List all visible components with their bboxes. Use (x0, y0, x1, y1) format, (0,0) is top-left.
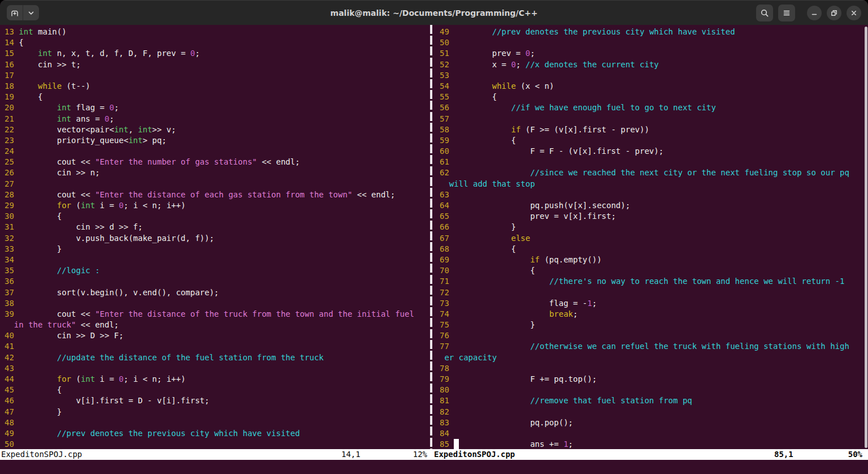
code-text: //there's no way to reach the town and h… (454, 276, 844, 287)
line-number: 70 (440, 265, 454, 276)
vim-vertical-separator[interactable] (430, 25, 432, 449)
code-row: 48 (5, 417, 429, 428)
code-row: 50 (5, 439, 429, 449)
code-text: prev = 0; (454, 48, 535, 59)
code-text: er capacity (444, 352, 497, 363)
tab-chooser-button[interactable] (23, 5, 39, 20)
new-tab-button[interactable] (7, 5, 23, 20)
line-number: 28 (5, 189, 19, 200)
line-number: 22 (5, 124, 19, 135)
code-row: 31 cin >> d >> f; (5, 222, 429, 232)
line-number: 38 (5, 298, 19, 309)
line-number: 37 (5, 287, 19, 298)
code-row: 64 pq.push(v[x].second); (440, 200, 863, 211)
line-number: 54 (440, 81, 454, 92)
line-number: 50 (440, 37, 454, 48)
maximize-button[interactable] (827, 6, 841, 20)
code-row: 54 while (x < n) (440, 81, 863, 92)
wrap-gutter (440, 352, 444, 363)
code-row: 28 cout << "Enter the distance of each g… (5, 189, 429, 200)
line-number: 42 (5, 352, 19, 363)
code-text: v.push_back(make_pair(d, f)); (19, 233, 214, 244)
code-row: 27 (5, 179, 429, 189)
code-text: { (19, 385, 62, 395)
code-row: 79 F += pq.top(); (440, 374, 863, 385)
code-text: //since we reached the next city or the … (454, 167, 849, 178)
code-text: cin >> t; (19, 59, 81, 70)
line-number: 18 (5, 81, 19, 92)
code-row: 70 { (440, 265, 863, 276)
code-row: 57 (440, 114, 863, 124)
line-number: 74 (440, 309, 454, 320)
code-row: 14 { (5, 37, 429, 48)
code-text: will add that stop (444, 179, 535, 189)
code-row: 16 cin >> t; (5, 59, 429, 70)
line-number: 43 (5, 363, 19, 374)
line-number: 50 (5, 439, 19, 449)
code-text: //remove that fuel station from pq (454, 395, 692, 406)
line-number: 78 (440, 363, 454, 374)
code-text: ans += 1; (454, 439, 573, 449)
code-text: prev = v[x].first; (454, 211, 616, 222)
code-text: //prev denotes the previous city which h… (19, 428, 300, 439)
vim-pane-right[interactable]: 49 //prev denotes the previous city whic… (435, 25, 863, 449)
code-row: 34 (5, 255, 429, 265)
code-text: //update the distance of the fuel statio… (19, 352, 323, 363)
code-text: cin >> d >> f; (19, 222, 142, 232)
line-number: 26 (5, 167, 19, 178)
line-number: 19 (5, 92, 19, 102)
code-row: 30 { (5, 211, 429, 222)
code-text: cout << "Enter the distance of each gas … (19, 189, 395, 200)
terminal-scrollbar[interactable] (865, 27, 867, 448)
chevron-down-icon (27, 9, 35, 17)
line-number: 49 (5, 428, 19, 439)
minimize-button[interactable] (807, 6, 822, 20)
code-text: break; (454, 309, 578, 320)
code-text: x = 0; //x denotes the current city (454, 59, 658, 70)
line-number: 53 (440, 70, 454, 81)
code-text: } (19, 244, 62, 255)
code-row: 52 x = 0; //x denotes the current city (440, 59, 863, 70)
line-number: 16 (5, 59, 19, 70)
code-text: for (int i = 0; i < n; i++) (19, 374, 185, 385)
code-row: 61 (440, 157, 863, 167)
code-row: 75 } (440, 320, 863, 330)
code-row: 22 vector<pair<int, int>> v; (5, 124, 429, 135)
line-number: 17 (5, 70, 19, 81)
code-row: 67 else (440, 233, 863, 244)
code-text: F = F - (v[x].first - prev); (454, 146, 663, 157)
code-row: 74 break; (440, 309, 863, 320)
search-button[interactable] (756, 5, 773, 21)
menu-button[interactable] (778, 5, 795, 21)
code-row: 20 int flag = 0; (5, 102, 429, 113)
code-row: 17 (5, 70, 429, 81)
terminal-window: malik@malik: ~/Documents/Programming/C++ (0, 0, 868, 474)
line-number: 64 (440, 200, 454, 211)
code-row: 58 if (F >= (v[x].first - prev)) (440, 124, 863, 135)
code-text: if (pq.empty()) (454, 255, 601, 265)
code-text: //logic : (19, 265, 99, 276)
code-text: cout << "Enter the distance of the truck… (19, 309, 414, 320)
code-row: 73 flag = -1; (440, 298, 863, 309)
close-button[interactable] (847, 6, 861, 20)
window-title: malik@malik: ~/Documents/Programming/C++ (0, 8, 868, 18)
code-row: 46 v[i].first = D - v[i].first; (5, 395, 429, 406)
new-tab-icon (10, 8, 19, 18)
code-text: //otherwise we can refuel the truck with… (454, 341, 849, 352)
code-row: 23 priority_queue<int> pq; (5, 135, 429, 146)
line-number: 71 (440, 276, 454, 287)
code-text: { (19, 92, 42, 102)
vim-pane-left[interactable]: 13 int main()14 {15 int n, x, t, d, f, D… (0, 25, 429, 449)
code-row: 68 { (440, 244, 863, 255)
code-text: while (t--) (19, 81, 90, 92)
code-row: 21 int ans = 0; (5, 114, 429, 124)
code-text: { (454, 92, 497, 102)
code-row: 33 } (5, 244, 429, 255)
code-row: 42 //update the distance of the fuel sta… (5, 352, 429, 363)
code-text: priority_queue<int> pq; (19, 135, 166, 146)
code-row: 84 (440, 428, 863, 439)
code-row: 53 (440, 70, 863, 81)
code-row: 85 ans += 1; (440, 439, 863, 449)
code-row: 38 (5, 298, 429, 309)
code-row: 71 //there's no way to reach the town an… (440, 276, 863, 287)
